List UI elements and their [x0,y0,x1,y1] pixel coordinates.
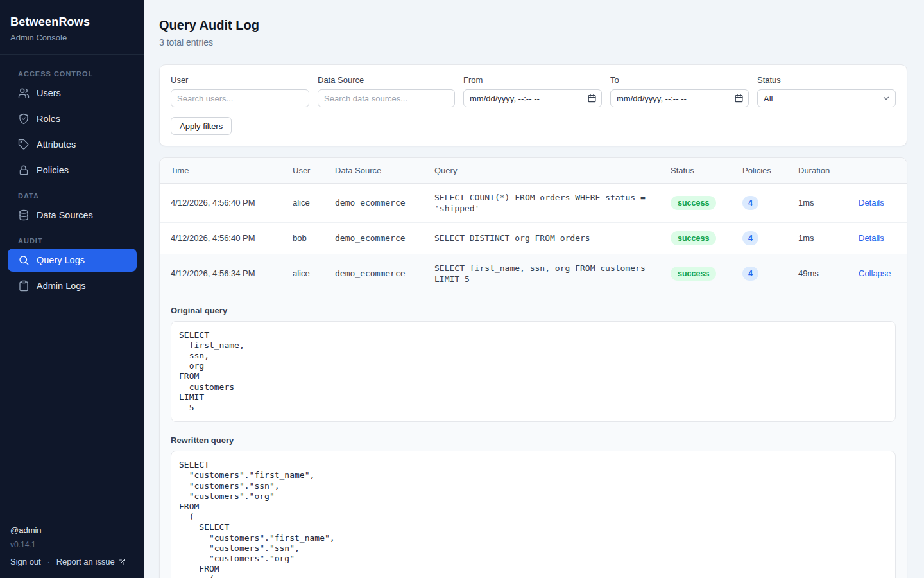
table-row-expanded: 4/12/2026, 4:56:34 PM alice demo_ecommer… [160,254,907,293]
footer-links: Sign out · Report an issue [10,557,134,566]
user-search-input[interactable] [171,89,309,107]
sidebar-item-label: Users [37,88,61,98]
rewritten-query-label: Rewritten query [171,435,896,445]
col-header-user: User [282,158,324,183]
cell-action: Collapse [848,254,907,293]
cell-duration: 1ms [787,222,848,254]
apply-filters-button[interactable]: Apply filters [171,117,232,135]
cell-time: 4/12/2026, 4:56:40 PM [160,222,282,254]
audit-log-table: Time User Data Source Query Status Polic… [160,158,907,293]
cell-time: 4/12/2026, 4:56:34 PM [160,254,282,293]
cell-status: success [660,183,732,222]
col-header-duration: Duration [787,158,848,183]
table-header-row: Time User Data Source Query Status Polic… [160,158,907,183]
tag-icon [18,139,30,150]
cell-action: Details [848,183,907,222]
cell-query: SELECT COUNT(*) FROM orders WHERE status… [424,183,660,222]
sidebar-item-label: Policies [37,165,69,175]
to-filter-label: To [610,75,749,85]
cell-action: Details [848,222,907,254]
sidebar-item-label: Query Logs [37,255,85,265]
rewritten-query-code: SELECT "customers"."first_name", "custom… [179,460,887,578]
details-link[interactable]: Details [859,198,884,207]
to-datetime-input[interactable] [610,89,749,107]
rewritten-query-block: Rewritten query SELECT "customers"."firs… [171,435,896,578]
cell-policies: 4 [732,222,787,254]
nav-section-data: Data Data Sources [8,192,137,227]
total-entries: 3 total entries [159,37,907,48]
brand-title: BetweenRows [10,15,134,29]
rewritten-query-code-box: SELECT "customers"."first_name", "custom… [171,451,896,578]
collapse-link[interactable]: Collapse [859,268,891,278]
sidebar-item-data-sources[interactable]: Data Sources [8,204,137,227]
sidebar-item-roles[interactable]: Roles [8,107,137,130]
cell-duration: 49ms [787,254,848,293]
current-user: @admin [10,525,134,535]
cell-status: success [660,222,732,254]
external-link-icon [118,558,126,566]
col-header-actions [848,158,907,183]
policies-badge: 4 [742,267,758,281]
status-filter-label: Status [757,75,896,85]
col-header-query: Query [424,158,660,183]
report-issue-link[interactable]: Report an issue [56,557,126,566]
filter-user: User [171,75,309,107]
sidebar-item-label: Attributes [37,139,76,150]
user-filter-label: User [171,75,309,85]
sidebar-item-attributes[interactable]: Attributes [8,133,137,156]
cell-user: alice [282,254,324,293]
cell-status: success [660,254,732,293]
sign-out-link[interactable]: Sign out [10,557,41,566]
nav-section-label: Access Control [8,70,137,78]
nav-section-access-control: Access Control Users Roles Attributes [8,70,137,182]
sidebar: BetweenRows Admin Console Access Control… [0,0,144,578]
status-badge: success [671,267,716,281]
sidebar-item-admin-logs[interactable]: Admin Logs [8,274,137,297]
from-datetime-input[interactable] [463,89,602,107]
status-badge: success [671,231,716,245]
report-issue-label: Report an issue [56,557,115,566]
page-title: Query Audit Log [159,18,907,33]
sidebar-item-policies[interactable]: Policies [8,159,137,182]
sidebar-item-query-logs[interactable]: Query Logs [8,249,137,272]
cell-data-source: demo_ecommerce [324,254,424,293]
search-icon [18,254,30,266]
lock-icon [18,164,30,176]
sidebar-footer: @admin v0.14.1 Sign out · Report an issu… [0,516,144,578]
main-content: Query Audit Log 3 total entries User Dat… [144,0,924,578]
nav-section-label: Audit [8,237,137,245]
cell-policies: 4 [732,183,787,222]
filters-panel: User Data Source From [159,64,907,146]
shield-check-icon [18,113,30,125]
sidebar-item-label: Admin Logs [37,281,86,291]
policies-badge: 4 [742,231,758,245]
footer-separator: · [47,557,50,566]
cell-duration: 1ms [787,183,848,222]
sidebar-item-label: Data Sources [37,210,93,220]
cell-query: SELECT DISTINCT org FROM orders [424,222,660,254]
original-query-code-box: SELECT first_name, ssn, org FROM custome… [171,321,896,423]
filter-to: To [610,75,749,107]
details-link[interactable]: Details [859,233,884,243]
data-source-filter-label: Data Source [318,75,455,85]
col-header-status: Status [660,158,732,183]
database-icon [18,209,30,221]
filter-from: From [463,75,602,107]
table-row: 4/12/2026, 4:56:40 PM alice demo_ecommer… [160,183,907,222]
original-query-block: Original query SELECT first_name, ssn, o… [171,306,896,423]
table-row: 4/12/2026, 4:56:40 PM bob demo_ecommerce… [160,222,907,254]
audit-log-table-card: Time User Data Source Query Status Polic… [159,157,907,578]
data-source-search-input[interactable] [318,89,455,107]
original-query-label: Original query [171,306,896,315]
nav-section-audit: Audit Query Logs Admin Logs [8,237,137,297]
sidebar-item-users[interactable]: Users [8,82,137,105]
from-filter-label: From [463,75,602,85]
col-header-data-source: Data Source [324,158,424,183]
status-badge: success [671,196,716,210]
col-header-policies: Policies [732,158,787,183]
status-select[interactable]: All [757,89,896,107]
cell-user: alice [282,183,324,222]
brand-block: BetweenRows Admin Console [0,0,144,54]
nav-section-label: Data [8,192,137,200]
original-query-code: SELECT first_name, ssn, org FROM custome… [179,330,887,414]
